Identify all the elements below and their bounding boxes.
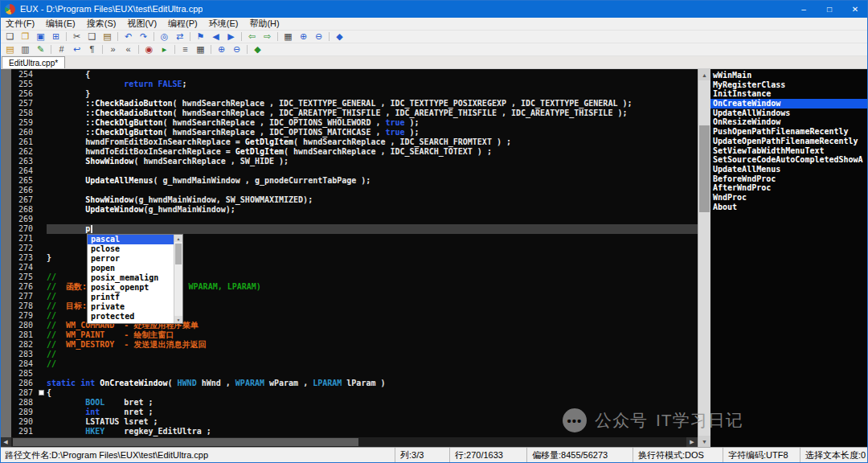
- code-line-267[interactable]: 267 ShowWindow(g_hwndMainWindow, SW_SHOW…: [0, 195, 698, 205]
- bookmark-prev-button[interactable]: ◀: [208, 31, 223, 43]
- fold-marker-icon[interactable]: [39, 390, 44, 395]
- scroll-down-icon[interactable]: ▼: [698, 436, 710, 447]
- window-tile-button[interactable]: ▦: [280, 31, 296, 43]
- find-button[interactable]: ◎: [157, 31, 172, 43]
- menu-item-environment[interactable]: 环境(E): [203, 18, 244, 30]
- menu-item-search[interactable]: 搜索(S): [81, 18, 122, 30]
- copy-button[interactable]: ❑: [84, 31, 100, 43]
- code-line-284[interactable]: 284//: [0, 359, 698, 369]
- edit-scheme-button[interactable]: ✎: [33, 43, 48, 55]
- code-line-282[interactable]: 282// WM_DESTROY - 发送退出消息并返回: [0, 340, 698, 350]
- cut-button[interactable]: ✂: [69, 31, 84, 43]
- autocomplete-item[interactable]: posix_memalign: [88, 273, 174, 283]
- autocomplete-item[interactable]: protected: [88, 312, 174, 322]
- hscroll-track[interactable]: [11, 437, 686, 447]
- autocomplete-scroll-thumb[interactable]: [175, 244, 182, 264]
- function-list-item[interactable]: AfterWndProc: [710, 183, 868, 193]
- code-line-286[interactable]: 286static int OnCreateWindow( HWND hWnd …: [0, 379, 698, 388]
- code-line-256[interactable]: 256 }: [0, 89, 698, 99]
- word-wrap-button[interactable]: ↩: [69, 43, 84, 55]
- hscroll-thumb[interactable]: [13, 438, 358, 446]
- bookmark-next-button[interactable]: ▶: [223, 31, 239, 43]
- function-list-item[interactable]: PushOpenPathFilenameRecently: [710, 127, 868, 137]
- tab-editultra-cpp[interactable]: EditUltra.cpp*: [2, 56, 65, 68]
- function-list-item[interactable]: SetViewTabWidthMenuText: [710, 146, 868, 156]
- menu-item-view[interactable]: 视图(V): [121, 18, 162, 30]
- autocomplete-item[interactable]: pclose: [88, 244, 174, 254]
- close-button[interactable]: ✕: [842, 0, 868, 18]
- function-list-item[interactable]: InitInstance: [710, 89, 868, 99]
- autocomplete-item[interactable]: printf: [88, 293, 174, 302]
- vertical-scrollbar[interactable]: ▲ ▼: [698, 69, 710, 447]
- code-line-266[interactable]: 266: [0, 186, 698, 195]
- save-all-button[interactable]: ⊞: [48, 31, 63, 43]
- new-file-button[interactable]: ❏: [2, 31, 18, 43]
- code-line-262[interactable]: 262 hwndToEditBoxInSearchReplace = GetDl…: [0, 147, 698, 157]
- code-line-287[interactable]: 287{: [0, 388, 698, 398]
- save-file-button[interactable]: ▣: [33, 31, 48, 43]
- code-line-258[interactable]: 258 ::CheckRadioButton( hwndSearchReplac…: [0, 109, 698, 118]
- zoom-reset-button[interactable]: ⊖: [229, 43, 244, 55]
- code-line-257[interactable]: 257 ::CheckRadioButton( hwndSearchReplac…: [0, 99, 698, 109]
- macro-record-button[interactable]: ◉: [141, 43, 157, 55]
- scroll-up-icon[interactable]: ▲: [174, 235, 182, 242]
- code-line-269[interactable]: 269: [0, 215, 698, 224]
- maximize-button[interactable]: □: [817, 0, 842, 18]
- function-list-item[interactable]: UpdateAllMenus: [710, 165, 868, 174]
- function-list-item[interactable]: WndProc: [710, 193, 868, 203]
- file-compare-button[interactable]: ▦: [193, 43, 208, 55]
- scroll-right-icon[interactable]: ▶: [686, 437, 698, 447]
- code-line-285[interactable]: 285: [0, 369, 698, 379]
- function-list-item[interactable]: OnCreateWindow: [710, 99, 868, 109]
- code-line-283[interactable]: 283//: [0, 350, 698, 359]
- zoom-out-button[interactable]: ⊖: [311, 31, 326, 43]
- function-list-item[interactable]: About: [710, 203, 868, 212]
- code-line-261[interactable]: 261 hwndFromEditBoxInSearchReplace = Get…: [0, 137, 698, 147]
- scroll-down-icon[interactable]: ▼: [174, 316, 182, 323]
- menu-item-program[interactable]: 编程(P): [162, 18, 203, 30]
- macro-play-button[interactable]: ▸: [157, 43, 172, 55]
- vscroll-thumb[interactable]: [699, 125, 710, 212]
- function-list-item[interactable]: wWinMain: [710, 71, 868, 80]
- build-button[interactable]: ◆: [250, 43, 265, 55]
- function-list-item[interactable]: SetSourceCodeAutoCompletedShowA: [710, 155, 868, 165]
- autocomplete-item[interactable]: pascal: [88, 235, 174, 244]
- code-line-265[interactable]: 265 UpdateAllMenus( g_hwndMainWindow , g…: [0, 176, 698, 186]
- paste-button[interactable]: ▤: [100, 31, 115, 43]
- zoom-in-button[interactable]: ⊕: [296, 31, 311, 43]
- function-list-item[interactable]: BeforeWndProc: [710, 174, 868, 184]
- autocomplete-item[interactable]: perror: [88, 254, 174, 264]
- code-line-268[interactable]: 268 UpdateWindow(g_hwndMainWindow);: [0, 205, 698, 215]
- scroll-up-icon[interactable]: ▲: [698, 69, 710, 80]
- function-list-button[interactable]: ≡: [178, 43, 193, 55]
- scroll-left-icon[interactable]: ◀: [0, 437, 11, 447]
- code-line-255[interactable]: 255 return FALSE;: [0, 80, 698, 89]
- function-list-item[interactable]: UpdateAllWindows: [710, 109, 868, 118]
- menu-item-edit[interactable]: 编辑(E): [40, 18, 81, 30]
- hex-view-button[interactable]: #: [54, 43, 69, 55]
- editor-pane[interactable]: 254 {255 return FALSE;256 }257 ::CheckRa…: [0, 69, 698, 447]
- function-list-item[interactable]: UpdateOpenPathFilenameRecently: [710, 137, 868, 146]
- autocomplete-item[interactable]: popen: [88, 264, 174, 273]
- code-line-260[interactable]: 260 ::CheckDlgButton( hwndSearchReplace …: [0, 128, 698, 137]
- autocomplete-scrollbar[interactable]: ▲ ▼: [174, 235, 182, 323]
- indent-button[interactable]: »: [105, 43, 121, 55]
- code-line-264[interactable]: 264: [0, 166, 698, 176]
- code-line-263[interactable]: 263 ShowWindow( hwndSearchReplace , SW_H…: [0, 157, 698, 166]
- project-view-button[interactable]: ▥: [18, 43, 33, 55]
- code-line-281[interactable]: 281// WM_PAINT - 绘制主窗口: [0, 330, 698, 340]
- show-formatting-button[interactable]: ¶: [84, 43, 100, 55]
- file-tree-button[interactable]: ▤: [2, 43, 18, 55]
- redo-button[interactable]: ↷: [136, 31, 151, 43]
- autocomplete-item[interactable]: posix_openpt: [88, 283, 174, 293]
- open-file-button[interactable]: ❐: [18, 31, 33, 43]
- code-line-288[interactable]: 288 BOOL bret ;: [0, 398, 698, 408]
- outdent-button[interactable]: «: [121, 43, 136, 55]
- function-list-item[interactable]: OnResizeWindow: [710, 117, 868, 127]
- code-line-254[interactable]: 254 {: [0, 70, 698, 80]
- undo-button[interactable]: ↶: [121, 31, 136, 43]
- function-list-item[interactable]: MyRegisterClass: [710, 80, 868, 90]
- options-button[interactable]: ◆: [332, 31, 347, 43]
- minimize-button[interactable]: –: [791, 0, 817, 18]
- replace-button[interactable]: ⇄: [172, 31, 187, 43]
